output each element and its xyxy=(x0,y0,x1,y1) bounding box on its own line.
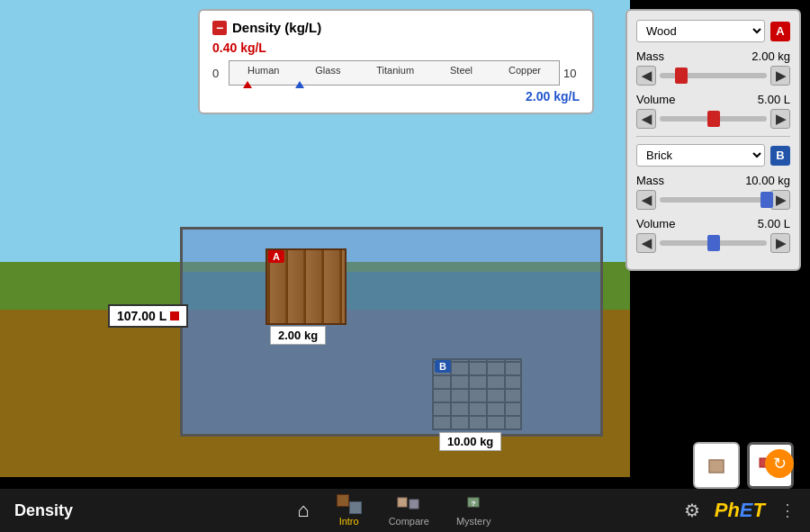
density-minimize-button[interactable]: − xyxy=(212,21,227,35)
mass-decrease-btn-b[interactable]: ◀ xyxy=(636,190,656,210)
svg-rect-4 xyxy=(410,500,418,509)
volume-increase-btn-a[interactable]: ▶ xyxy=(770,109,790,129)
density-marker-red xyxy=(243,81,252,88)
water-fill xyxy=(183,272,600,434)
density-title-text: Density (kg/L) xyxy=(232,20,321,35)
menu-icon[interactable]: ⋮ xyxy=(779,500,796,520)
mass-decrease-btn-a[interactable]: ◀ xyxy=(636,66,656,86)
tab-compare-icon xyxy=(396,494,421,514)
mass-track-a[interactable] xyxy=(660,73,767,78)
mass-label-b: Mass xyxy=(636,174,664,187)
volume-thumb-b[interactable] xyxy=(707,235,720,251)
svg-text:?: ? xyxy=(472,500,476,508)
tab-mystery-label: Mystery xyxy=(456,516,491,527)
badge-b: B xyxy=(770,146,790,166)
density-scale-max: 10 xyxy=(563,67,580,80)
volume-dot xyxy=(170,311,179,320)
label-titanium: Titanium xyxy=(376,65,414,76)
refresh-button[interactable]: ↻ xyxy=(765,449,794,478)
volume-increase-btn-b[interactable]: ▶ xyxy=(770,233,790,253)
tank-top-border xyxy=(180,227,603,230)
volume-label-row-a: Volume 5.00 L xyxy=(636,93,790,106)
taskbar-home[interactable]: ⌂ xyxy=(297,499,309,522)
density-scale-track: Human Glass Titanium Steel Copper xyxy=(229,60,560,86)
volume-slider-row-a: ◀ ▶ xyxy=(636,109,790,129)
mass-thumb-b[interactable] xyxy=(760,192,773,208)
volume-slider-section-b: Volume 5.00 L ◀ ▶ xyxy=(636,217,790,253)
svg-rect-3 xyxy=(398,498,407,507)
block-b-badge: B xyxy=(435,360,451,373)
svg-rect-0 xyxy=(709,460,724,473)
volume-thumb-a[interactable] xyxy=(707,111,720,127)
volume-label-b: Volume xyxy=(636,217,675,230)
volume-track-a[interactable] xyxy=(660,116,767,122)
volume-label-row-b: Volume 5.00 L xyxy=(636,217,790,230)
volume-value-b: 5.00 L xyxy=(758,217,790,230)
density-panel: − Density (kg/L) 0.40 kg/L 0 Human Glass… xyxy=(198,9,594,114)
label-steel: Steel xyxy=(450,65,472,76)
density-scale-bar: 0 Human Glass Titanium Steel Copper 10 xyxy=(212,60,580,86)
tab-mystery-icon: ? xyxy=(461,494,486,514)
single-block-icon xyxy=(702,451,731,480)
density-scale-labels: Human Glass Titanium Steel Copper xyxy=(230,65,559,76)
mass-label-row-a: Mass 2.00 kg xyxy=(636,50,790,63)
mass-track-b[interactable] xyxy=(660,197,767,203)
control-panel: Wood Styrofoam Ice Aluminum Steel Custom… xyxy=(626,9,801,271)
density-value-blue: 2.00 kg/L xyxy=(212,89,580,104)
mass-slider-row-a: ◀ ▶ xyxy=(636,66,790,86)
density-marker-blue xyxy=(295,81,304,88)
volume-label: 107.00 L xyxy=(108,304,188,328)
density-scale-min: 0 xyxy=(212,67,225,80)
label-glass: Glass xyxy=(315,65,340,76)
tab-intro-label: Intro xyxy=(339,516,359,527)
badge-a: A xyxy=(770,22,790,41)
volume-track-b[interactable] xyxy=(660,240,767,246)
block-b-mass-display: 10.00 kg xyxy=(439,432,501,451)
tab-compare-label: Compare xyxy=(389,516,429,527)
label-human: Human xyxy=(248,65,279,76)
volume-decrease-btn-a[interactable]: ◀ xyxy=(636,109,656,129)
intro-block-a xyxy=(337,494,349,507)
density-value-red: 0.40 kg/L xyxy=(212,41,580,55)
mass-increase-btn-a[interactable]: ▶ xyxy=(770,66,790,86)
taskbar-tab-compare[interactable]: Compare xyxy=(389,494,429,527)
volume-decrease-btn-b[interactable]: ◀ xyxy=(636,233,656,253)
gear-icon[interactable]: ⚙ xyxy=(684,500,700,521)
divider xyxy=(636,136,790,137)
taskbar-tab-intro[interactable]: Intro xyxy=(337,494,362,527)
mass-label-a: Mass xyxy=(636,50,664,63)
mass-slider-section-a: Mass 2.00 kg ◀ ▶ xyxy=(636,50,790,86)
mass-label-row-b: Mass 10.00 kg xyxy=(636,174,790,187)
density-title: − Density (kg/L) xyxy=(212,20,580,35)
mass-thumb-a[interactable] xyxy=(675,68,688,84)
taskbar-title: Density xyxy=(14,501,104,520)
density-scale: 0 Human Glass Titanium Steel Copper 10 xyxy=(212,60,580,86)
single-block-button[interactable] xyxy=(693,442,740,489)
volume-slider-row-b: ◀ ▶ xyxy=(636,233,790,253)
taskbar: Density ⌂ Intro Compare ? Mystery xyxy=(0,489,810,532)
taskbar-right: ⚙ PhET ⋮ xyxy=(684,499,796,522)
home-icon: ⌂ xyxy=(297,499,309,522)
phet-logo: PhET xyxy=(715,499,765,522)
volume-slider-section-a: Volume 5.00 L ◀ ▶ xyxy=(636,93,790,129)
volume-value: 107.00 L xyxy=(117,309,166,323)
water-tank xyxy=(180,230,603,437)
material-select-a[interactable]: Wood Styrofoam Ice Aluminum Steel Custom xyxy=(636,20,765,42)
block-a-badge: A xyxy=(268,250,284,263)
taskbar-center: ⌂ Intro Compare ? Mystery xyxy=(104,494,684,527)
intro-block-b xyxy=(349,501,362,514)
mass-increase-btn-b[interactable]: ▶ xyxy=(770,190,790,210)
block-a-mass-display: 2.00 kg xyxy=(270,326,326,345)
volume-value-a: 5.00 L xyxy=(758,93,790,106)
mass-value-b: 10.00 kg xyxy=(745,174,790,187)
taskbar-tab-mystery[interactable]: ? Mystery xyxy=(456,494,491,527)
marker-blue-arrow xyxy=(295,81,304,88)
mass-slider-row-b: ◀ ▶ xyxy=(636,190,790,210)
material-row-a: Wood Styrofoam Ice Aluminum Steel Custom… xyxy=(636,20,790,42)
mass-value-a: 2.00 kg xyxy=(752,50,790,63)
material-row-b: Brick Wood Steel Custom B xyxy=(636,144,790,167)
tab-intro-icon xyxy=(337,494,362,514)
volume-label-a: Volume xyxy=(636,93,675,106)
label-copper: Copper xyxy=(508,65,541,76)
material-select-b[interactable]: Brick Wood Steel Custom xyxy=(636,144,765,167)
